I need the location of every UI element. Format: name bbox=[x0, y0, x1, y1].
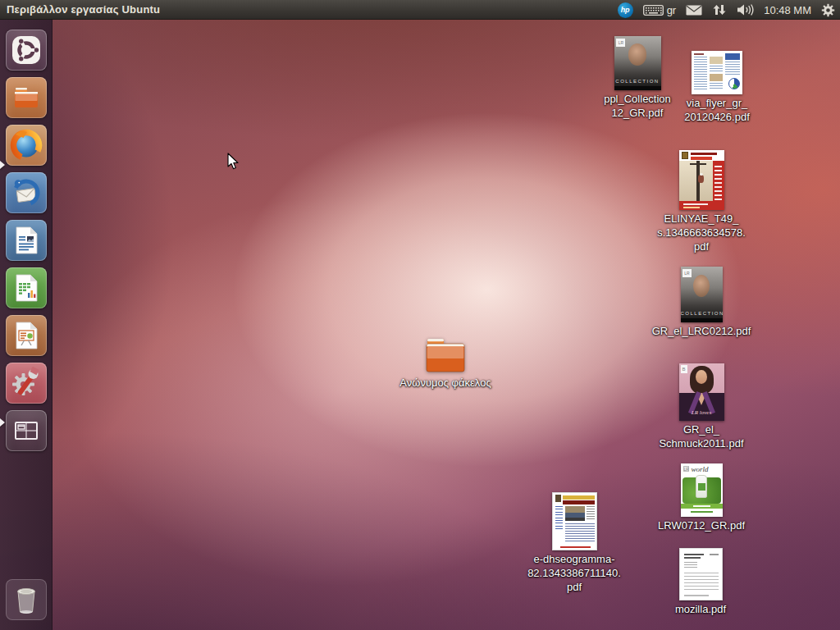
desktop-icon-elinyae-pdf[interactable]: ELINYAE_T49_ s.1346663634578. pdf bbox=[648, 150, 755, 254]
desktop-icon-lrc0212-pdf[interactable]: LR COLLECTION GR_el_LRC0212.pdf bbox=[648, 267, 755, 339]
desktop-icon-lrw0712-pdf[interactable]: LR world LRW0712_GR.pdf bbox=[648, 463, 755, 533]
keyboard-indicator[interactable]: gr bbox=[643, 4, 677, 16]
firefox-icon bbox=[9, 128, 43, 162]
pdf-thumbnail-schmuck2011: B LR loves bbox=[679, 363, 724, 421]
launcher-item-libreoffice-writer[interactable] bbox=[6, 220, 47, 261]
running-indicator-settings bbox=[0, 418, 5, 427]
libreoffice-impress-icon bbox=[10, 319, 43, 352]
pdf-thumbnail-via-flyer bbox=[692, 51, 742, 94]
launcher-item-thunderbird[interactable] bbox=[6, 172, 47, 213]
thunderbird-icon bbox=[10, 176, 43, 209]
folder-label: Ανώνυμος φάκελος bbox=[399, 377, 491, 390]
trash-icon bbox=[10, 582, 43, 618]
pdf-thumbnail-ppl-collection: LR COLLECTION bbox=[614, 36, 661, 90]
file-label: ppl_Collection 12_GR.pdf bbox=[604, 93, 671, 121]
launcher-item-dash-home[interactable] bbox=[6, 30, 47, 71]
launcher-item-libreoffice-impress[interactable] bbox=[6, 315, 47, 356]
mail-indicator-icon[interactable] bbox=[686, 5, 702, 16]
running-indicator-firefox bbox=[0, 161, 5, 169]
file-label: via_flyer_gr_ 20120426.pdf bbox=[684, 97, 750, 125]
desktop-icon-via-flyer-pdf[interactable]: via_flyer_gr_ 20120426.pdf bbox=[664, 51, 770, 125]
clock-label[interactable]: 10:48 ΜΜ bbox=[764, 4, 811, 16]
libreoffice-calc-icon bbox=[10, 272, 43, 304]
launcher-item-files[interactable] bbox=[6, 77, 47, 118]
folder-icon-large bbox=[422, 336, 468, 374]
keyboard-layout-label: gr bbox=[667, 4, 677, 16]
launcher-item-trash[interactable] bbox=[6, 579, 47, 620]
desktop-icon-schmuck2011-pdf[interactable]: B LR loves GR_el_ Schmuck2011.pdf bbox=[648, 363, 755, 451]
libreoffice-writer-icon bbox=[10, 224, 43, 257]
pdf-thumbnail-elinyae bbox=[679, 150, 724, 210]
folder-icon bbox=[10, 81, 43, 114]
pdf-thumbnail-edhseogramma bbox=[552, 492, 597, 550]
workspace-switcher-icon bbox=[10, 414, 43, 447]
top-panel: Περιβάλλον εργασίας Ubuntu hp gr bbox=[0, 0, 840, 20]
pdf-thumbnail-lrw0712: LR world bbox=[681, 463, 723, 517]
file-label: LRW0712_GR.pdf bbox=[658, 519, 745, 533]
desktop-icon-anonymous-folder[interactable]: Ανώνυμος φάκελος bbox=[392, 336, 499, 390]
pdf-thumbnail-mozilla bbox=[679, 548, 723, 600]
volume-indicator-icon[interactable] bbox=[737, 4, 754, 16]
file-label: ELINYAE_T49_ s.1346663634578. pdf bbox=[657, 212, 746, 254]
launcher-item-libreoffice-calc[interactable] bbox=[6, 267, 47, 308]
file-label: mozilla.pdf bbox=[675, 603, 726, 617]
launcher-item-firefox[interactable] bbox=[6, 125, 47, 166]
file-label: GR_el_ Schmuck2011.pdf bbox=[659, 423, 743, 451]
pdf-thumbnail-lrc0212: LR COLLECTION bbox=[681, 267, 723, 322]
file-label: e-dhseogramma- 82.1343386711140. pdf bbox=[527, 553, 621, 595]
launcher-item-system-settings[interactable] bbox=[6, 363, 47, 404]
launcher-item-workspace-switcher[interactable] bbox=[6, 410, 47, 451]
desktop-icon-edhseogramma-pdf[interactable]: e-dhseogramma- 82.1343386711140. pdf bbox=[521, 492, 628, 595]
unity-launcher bbox=[0, 20, 52, 630]
network-indicator-icon[interactable] bbox=[712, 4, 727, 16]
desktop-background[interactable]: Περιβάλλον εργασίας Ubuntu hp gr bbox=[0, 0, 840, 630]
keyboard-icon bbox=[643, 5, 664, 16]
indicator-area: hp gr bbox=[618, 0, 835, 20]
mouse-cursor bbox=[227, 153, 240, 171]
file-label: GR_el_LRC0212.pdf bbox=[652, 325, 751, 339]
desktop-icon-mozilla-pdf[interactable]: mozilla.pdf bbox=[647, 548, 754, 617]
ubuntu-dash-icon bbox=[10, 34, 43, 66]
system-settings-icon bbox=[10, 367, 43, 399]
hp-logo-icon[interactable]: hp bbox=[618, 2, 633, 18]
active-app-title: Περιβάλλον εργασίας Ubuntu bbox=[7, 3, 160, 16]
session-gear-icon[interactable] bbox=[821, 3, 835, 17]
